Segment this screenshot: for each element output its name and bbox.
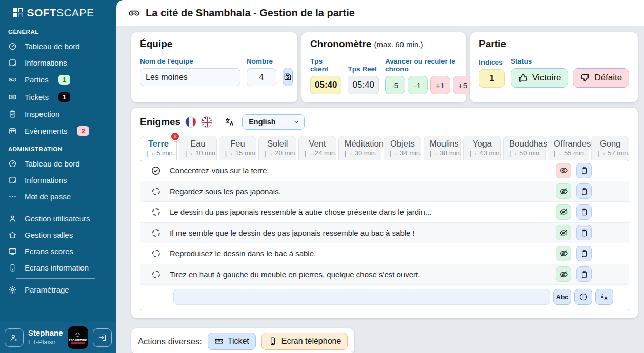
translate-hint-button[interactable] [595, 289, 613, 305]
gamepad-icon [8, 75, 17, 84]
hint-pending-icon [151, 271, 161, 278]
sidebar-item-parametrage[interactable]: Paramétrage [0, 281, 116, 298]
tab-vent[interactable]: Vent|→ 24 min. [298, 136, 336, 160]
custom-hint-input[interactable] [173, 289, 550, 305]
actions-bar: Actions diverses: Ticket Ecran téléphone [131, 328, 354, 353]
calendar-icon [8, 127, 17, 135]
user-strip: Stephane ET-Plaisir ESCAPETIME [0, 322, 116, 353]
tab-feu[interactable]: Feu|→ 15 min. [219, 136, 257, 160]
copy-hint-button[interactable] [576, 225, 592, 240]
real-time-value: 05:40 [348, 76, 379, 94]
sidebar-item-gestion-utilisateurs[interactable]: Gestion utilisateurs [0, 210, 116, 226]
tab-gong[interactable]: Gong|→ 57 min. [591, 136, 629, 160]
copy-hint-button[interactable] [576, 266, 592, 282]
translate-icon[interactable] [225, 117, 235, 127]
status-label: Status [511, 57, 629, 65]
section-title-administration: ADMINISTRATION [0, 139, 116, 155]
tab-offrandes[interactable]: Offrandes|→ 55 min. [548, 136, 589, 160]
copy-hint-button[interactable] [576, 163, 592, 178]
copy-hint-button[interactable] [576, 183, 592, 199]
thumb-down-icon [580, 73, 590, 83]
sidebar-item-informations[interactable]: Informations [0, 54, 116, 71]
sidebar-item-parties[interactable]: Parties 1 [0, 71, 116, 88]
translate-icon [600, 293, 609, 301]
logout-button[interactable] [93, 328, 112, 347]
hide-hint-button[interactable] [556, 163, 571, 178]
timer-minus-1-button[interactable]: -1 [408, 76, 428, 94]
timer-plus-1-button[interactable]: +1 [430, 76, 450, 94]
hint-text: Tirez en haut à gauche du meuble en pier… [170, 270, 556, 279]
game-card: Partie Indices 1 Status Victoire [470, 32, 638, 102]
custom-hint-row: Abc [140, 285, 629, 310]
tab-objets[interactable]: Objets|→ 34 min. [384, 136, 421, 160]
tab-eau[interactable]: Eau|→ 10 min. [179, 136, 217, 160]
eye-off-icon [559, 229, 568, 237]
sidebar: SOFTSCAPE GÉNÉRAL Tableau de bord Inform… [0, 0, 116, 353]
sidebar-nav: GÉNÉRAL Tableau de bord Informations Par… [0, 22, 116, 322]
timer-minus-5-button[interactable]: -5 [385, 76, 405, 94]
copy-hint-button[interactable] [576, 204, 592, 220]
tab-soleil[interactable]: Soleil|→ 20 min. [258, 136, 296, 160]
sidebar-item-evenements[interactable]: Evènements 2 [0, 122, 116, 139]
tab-terre[interactable]: Terre|→ 5 min. [140, 136, 177, 160]
content: Équipe Nom de l'équipe Nombre [116, 26, 644, 353]
sidebar-item-label: Informations [25, 58, 67, 67]
hint-row: Regardez sous les pas japonais. [140, 181, 629, 202]
sidebar-item-gestion-salles[interactable]: Gestion salles [0, 226, 116, 243]
team-count-label: Nombre [247, 57, 276, 65]
sidebar-divider [16, 278, 95, 279]
french-flag-icon[interactable] [185, 116, 196, 128]
sidebar-item-mot-de-passe[interactable]: Mot de passe [0, 188, 116, 204]
sidebar-item-label: Tableau de bord [25, 42, 80, 51]
team-name-input[interactable] [140, 68, 240, 86]
ticket-button[interactable]: Ticket [208, 333, 256, 350]
hint-text: Il me semble que le dessin des pas japon… [170, 229, 556, 237]
enigmas-card: Enigmes English Terre|→ 5 min. Eau|→ 10 … [131, 108, 638, 318]
hint-text: Le dessin du pas japonais ressemble à au… [170, 207, 556, 216]
sidebar-item-label: Evènements [25, 127, 67, 135]
victory-button[interactable]: Victoire [511, 68, 568, 88]
defeat-button[interactable]: Défaite [573, 68, 629, 88]
save-team-button[interactable] [283, 68, 293, 86]
tab-yoga[interactable]: Yoga|→ 43 min. [463, 136, 501, 160]
dots-icon [8, 192, 17, 201]
sidebar-item-ecrans-scores[interactable]: Ecrans scores [0, 243, 116, 259]
abc-button[interactable]: Abc [553, 289, 571, 305]
tab-bouddhas[interactable]: Bouddhas|→ 50 min. [503, 136, 546, 160]
tab-meditation[interactable]: Méditation|→ 30 min. [338, 136, 381, 160]
sidebar-item-tableau-de-bord[interactable]: Tableau de bord [0, 38, 116, 54]
game-card-title: Partie [479, 38, 629, 50]
add-hint-button[interactable] [574, 289, 592, 305]
note-icon [8, 176, 17, 184]
show-hint-button[interactable] [556, 266, 571, 282]
language-select[interactable]: English [242, 114, 305, 130]
hint-pending-icon [151, 229, 161, 237]
client-time-label: Tps client [310, 57, 341, 73]
team-count-input[interactable] [247, 68, 276, 86]
save-icon [283, 72, 292, 81]
sidebar-item-tickets[interactable]: Tickets 1 [0, 88, 116, 106]
note-icon [8, 58, 17, 67]
ticket-icon [8, 93, 17, 101]
show-hint-button[interactable] [556, 183, 571, 199]
tab-moulins[interactable]: Moulins|→ 38 min. [424, 136, 461, 160]
clipboard-icon [580, 229, 589, 237]
show-hint-button[interactable] [556, 204, 571, 220]
add-user-button[interactable] [5, 328, 24, 347]
copy-hint-button[interactable] [576, 246, 592, 261]
sidebar-item-inspection[interactable]: Inspection [0, 106, 116, 122]
sidebar-item-ecrans-information[interactable]: Ecrans information [0, 259, 116, 276]
logout-icon [98, 333, 107, 342]
client-time-value[interactable]: 05:40 [310, 76, 341, 94]
x-icon [173, 134, 177, 139]
clipboard-check-icon [8, 110, 17, 118]
sidebar-item-label: Paramétrage [25, 285, 69, 294]
uk-flag-icon[interactable] [201, 116, 212, 128]
sidebar-item-admin-informations[interactable]: Informations [0, 172, 116, 188]
show-hint-button[interactable] [556, 225, 571, 240]
show-hint-button[interactable] [556, 246, 571, 261]
phone-screen-button[interactable]: Ecran téléphone [261, 333, 348, 350]
sidebar-item-admin-tableau-de-bord[interactable]: Tableau de bord [0, 155, 116, 172]
hints-count-value: 1 [479, 69, 505, 88]
hints-panel: Concentrez-vous sur la terre. Regardez s… [140, 160, 629, 310]
